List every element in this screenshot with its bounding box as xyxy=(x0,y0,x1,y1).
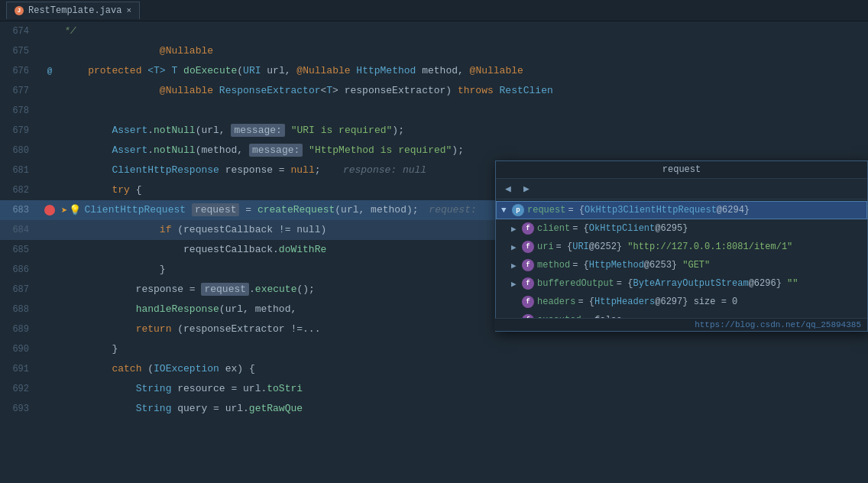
line-number: 690 xyxy=(0,344,38,355)
code-line-674: 674 */ xyxy=(0,21,868,41)
debug-key-3: method xyxy=(537,260,570,271)
line-number: 691 xyxy=(0,364,38,374)
expand-arrow-3[interactable]: ▶ xyxy=(511,261,522,271)
line-number: 676 xyxy=(0,66,38,76)
status-url: https://blog.csdn.net/qq_25894385 xyxy=(695,320,861,329)
debug-val-0: = {OkHttp3ClientHttpRequest@6294} xyxy=(568,205,750,216)
tab-label: RestTemplate.java xyxy=(28,5,121,16)
debug-title: request xyxy=(662,164,701,175)
line-number: 693 xyxy=(0,404,38,414)
obj-icon-2: f xyxy=(522,241,534,253)
code-line-680: 680 Assert.notNull(method, message: "Htt… xyxy=(0,141,868,160)
debug-tree: ▼ p request = {OkHttp3ClientHttpRequest@… xyxy=(496,199,867,331)
line-number: 675 xyxy=(0,46,38,57)
line-number: 688 xyxy=(0,304,38,315)
line-content: String query = url.getRawQue xyxy=(61,399,868,419)
line-number: 689 xyxy=(0,324,38,335)
code-line-691: 691 catch (IOException ex) { xyxy=(0,359,868,379)
debug-key-0: request xyxy=(527,205,565,216)
line-content: catch (IOException ex) { xyxy=(61,359,868,379)
debug-key-4: bufferedOutput xyxy=(537,278,614,289)
debug-popup-header: request xyxy=(496,161,867,179)
debug-tree-row-5[interactable]: f headers = {HttpHeaders@6297} size = 0 xyxy=(496,293,867,311)
back-button[interactable]: ◀ xyxy=(500,181,516,196)
code-line-677: 677 @Nullable ResponseExtractor<T> respo… xyxy=(0,81,868,101)
obj-icon-0: p xyxy=(512,204,524,216)
line-content: Assert.notNull(method, message: "HttpMet… xyxy=(61,141,868,160)
debug-key-5: headers xyxy=(537,297,575,307)
debug-val-4: = {ByteArrayOutputStream@6296} "" xyxy=(617,278,798,289)
expand-arrow-1[interactable]: ▶ xyxy=(511,224,522,234)
debug-val-5: = {HttpHeaders@6297} size = 0 xyxy=(578,297,737,307)
code-line-675: 675 @Nullable xyxy=(0,41,868,61)
line-number: 683 xyxy=(0,205,38,216)
line-number: 680 xyxy=(0,145,38,156)
code-area: 674 */ 675 @Nullable 676 @ protected <T>… xyxy=(0,21,868,483)
line-content: @Nullable ResponseExtractor<T> responseE… xyxy=(61,81,868,101)
debug-key-2: uri xyxy=(537,242,554,252)
java-file-icon: J xyxy=(15,6,24,15)
code-line-676: 676 @ protected <T> T doExecute(URI url,… xyxy=(0,61,868,81)
obj-icon-3: f xyxy=(522,259,534,271)
expand-arrow-4[interactable]: ▶ xyxy=(511,279,522,289)
debug-key-1: client xyxy=(537,223,570,234)
debug-val-1: = {OkHttpClient@6295} xyxy=(572,223,688,234)
debug-tree-row-4[interactable]: ▶ f bufferedOutput = {ByteArrayOutputStr… xyxy=(496,274,867,293)
line-number: 684 xyxy=(0,225,38,235)
code-line-678: 678 xyxy=(0,101,868,121)
debug-val-3: = {HttpMethod@6253} "GET" xyxy=(572,260,710,271)
code-line-692: 692 String resource = url.toStri xyxy=(0,379,868,399)
line-content: protected <T> T doExecute(URI url, @Null… xyxy=(61,61,868,81)
debug-popup: request ◀ ▶ ▼ p request = {OkHttp3Client… xyxy=(495,160,868,332)
code-line-679: 679 Assert.notNull(url, message: "URI is… xyxy=(0,121,868,141)
expand-arrow-0[interactable]: ▼ xyxy=(501,206,512,215)
close-tab-icon[interactable]: × xyxy=(126,6,131,15)
debug-toolbar: ◀ ▶ xyxy=(496,179,867,199)
line-content: @Nullable xyxy=(61,41,868,61)
debug-tree-row-3[interactable]: ▶ f method = {HttpMethod@6253} "GET" xyxy=(496,256,867,274)
line-number: 692 xyxy=(0,384,38,394)
line-content: */ xyxy=(61,21,868,41)
line-gutter xyxy=(38,205,61,216)
line-content: Assert.notNull(url, message: "URI is req… xyxy=(61,121,868,141)
line-gutter: @ xyxy=(38,66,61,76)
debug-tree-row-1[interactable]: ▶ f client = {OkHttpClient@6295} xyxy=(496,219,867,238)
obj-icon-1: f xyxy=(522,222,534,235)
debug-indicator: ➤ xyxy=(61,204,67,217)
line-number: 686 xyxy=(0,264,38,275)
line-number: 674 xyxy=(0,26,38,37)
forward-button[interactable]: ▶ xyxy=(519,181,534,196)
line-number: 687 xyxy=(0,284,38,295)
debug-tree-row-2[interactable]: ▶ f uri = {URI@6252} "http://127.0.0.1:8… xyxy=(496,238,867,256)
line-number: 679 xyxy=(0,125,38,136)
debug-val-2: = {URI@6252} "http://127.0.0.1:8081/item… xyxy=(556,242,793,252)
line-number: 681 xyxy=(0,165,38,176)
line-number: 678 xyxy=(0,105,38,116)
breakpoint-icon[interactable] xyxy=(44,205,55,216)
line-content: String resource = url.toStri xyxy=(61,379,868,399)
file-tab[interactable]: J RestTemplate.java × xyxy=(6,2,140,19)
obj-icon-4: f xyxy=(522,277,534,290)
line-number: 685 xyxy=(0,245,38,255)
tab-bar: J RestTemplate.java × xyxy=(0,0,868,21)
expand-arrow-2[interactable]: ▶ xyxy=(511,242,522,252)
status-bar: https://blog.csdn.net/qq_25894385 xyxy=(494,318,867,331)
code-line-693: 693 String query = url.getRawQue xyxy=(0,399,868,419)
line-content: } xyxy=(61,339,868,359)
obj-icon-5: f xyxy=(522,296,534,308)
line-number: 677 xyxy=(0,86,38,96)
lightbulb-icon[interactable]: 💡 xyxy=(69,204,81,216)
debug-tree-row-0[interactable]: ▼ p request = {OkHttp3ClientHttpRequest@… xyxy=(496,201,867,219)
code-line-690: 690 } xyxy=(0,339,868,359)
line-number: 682 xyxy=(0,185,38,196)
